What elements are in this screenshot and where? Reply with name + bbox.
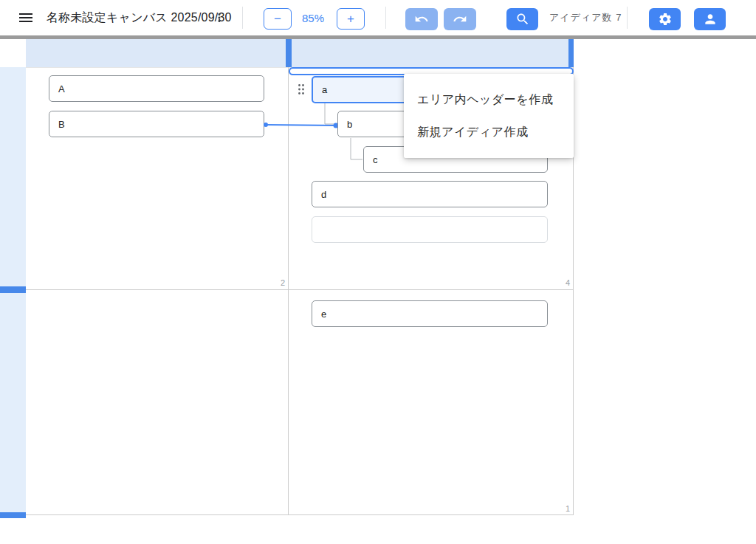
row-selection-bar-top bbox=[0, 286, 26, 293]
title-kebab-menu-button[interactable] bbox=[211, 10, 227, 26]
column-selection-bar-right bbox=[568, 39, 574, 67]
column-header-left[interactable] bbox=[26, 39, 286, 67]
idea-box-empty[interactable] bbox=[312, 216, 548, 243]
redo-button[interactable] bbox=[444, 8, 476, 30]
settings-button[interactable] bbox=[649, 8, 681, 30]
toolbar-divider bbox=[242, 7, 243, 29]
grid-line-row-divider bbox=[26, 289, 574, 290]
search-icon bbox=[515, 12, 530, 27]
idea-box-e[interactable]: e bbox=[312, 300, 548, 327]
idea-box-d[interactable]: d bbox=[312, 181, 548, 207]
area-count-top-left: 2 bbox=[266, 278, 285, 287]
tree-line-b-c bbox=[351, 138, 362, 159]
idea-label: B bbox=[58, 119, 65, 130]
idea-box-A[interactable]: A bbox=[49, 75, 264, 102]
zoom-in-button[interactable]: + bbox=[337, 8, 365, 30]
idea-label: e bbox=[321, 309, 326, 320]
column-header-right[interactable] bbox=[292, 39, 568, 67]
undo-button[interactable] bbox=[405, 8, 438, 30]
grid-line-bottom-edge bbox=[26, 514, 574, 515]
relation-line-B-b bbox=[266, 125, 336, 125]
column-selection-bar-left bbox=[286, 39, 292, 67]
canvas-title: 名称未設定キャンバス 2025/09/30 bbox=[47, 0, 232, 35]
undo-icon bbox=[414, 12, 429, 27]
hamburger-icon bbox=[17, 9, 35, 27]
idea-count-label: アイディア数 7 bbox=[549, 0, 622, 35]
canvas-grid[interactable]: A B a b c d bbox=[0, 39, 756, 544]
idea-label: d bbox=[321, 189, 326, 200]
idea-label: a bbox=[322, 84, 327, 95]
idea-label: A bbox=[58, 83, 65, 94]
zoom-out-button[interactable]: − bbox=[264, 8, 292, 30]
grid-line-column-divider bbox=[288, 67, 289, 515]
toolbar: 名称未設定キャンバス 2025/09/30 − 85% + アイディア bbox=[0, 0, 756, 35]
kebab-icon bbox=[213, 11, 226, 24]
zoom-level: 85% bbox=[295, 0, 331, 35]
idea-box-B[interactable]: B bbox=[49, 111, 264, 137]
menu-item-create-new-idea[interactable]: 新規アイディア作成 bbox=[404, 116, 574, 148]
row-selection-bar-bottom bbox=[0, 512, 26, 518]
context-menu: エリア内ヘッダーを作成 新規アイディア作成 bbox=[404, 74, 574, 158]
user-account-button[interactable] bbox=[694, 8, 726, 30]
idea-label: c bbox=[373, 154, 378, 165]
redo-icon bbox=[453, 12, 467, 27]
hamburger-menu-button[interactable] bbox=[15, 8, 37, 27]
drag-dots-icon bbox=[298, 83, 305, 95]
canvas-top-edge-bar bbox=[0, 35, 756, 39]
menu-item-create-area-header[interactable]: エリア内ヘッダーを作成 bbox=[404, 83, 574, 116]
toolbar-divider bbox=[627, 7, 628, 29]
gear-icon bbox=[658, 12, 673, 27]
area-count-top-right: 4 bbox=[551, 278, 570, 287]
drag-handle[interactable] bbox=[297, 83, 306, 96]
idea-label: b bbox=[347, 119, 352, 130]
app-window: 名称未設定キャンバス 2025/09/30 − 85% + アイディア bbox=[0, 0, 756, 544]
toolbar-divider bbox=[385, 7, 386, 29]
tree-line-a-b bbox=[325, 103, 337, 124]
area-count-bottom-right: 1 bbox=[551, 504, 570, 513]
search-button[interactable] bbox=[506, 8, 538, 30]
person-icon bbox=[703, 12, 718, 27]
